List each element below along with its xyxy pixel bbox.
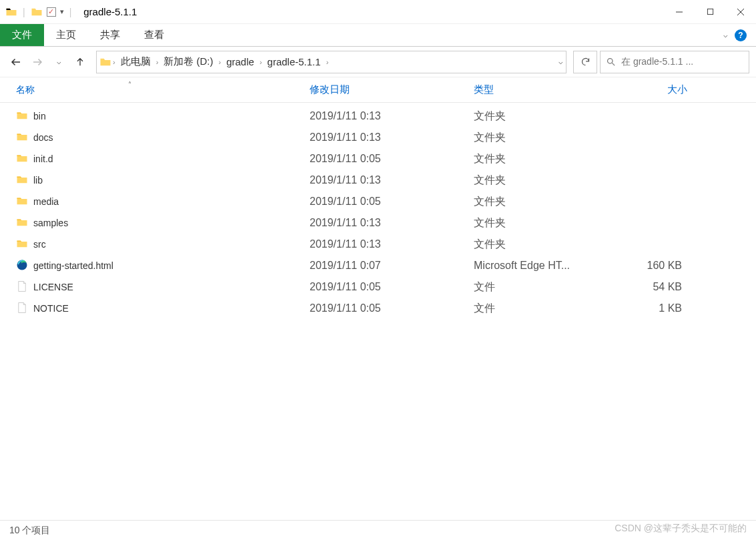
window-controls xyxy=(664,0,756,24)
file-type: 文件夹 xyxy=(474,109,607,123)
file-type: 文件夹 xyxy=(474,152,607,166)
quick-access-toolbar: | ✓ ▾ | gradle-5.1.1 xyxy=(0,6,137,18)
maximize-button[interactable] xyxy=(695,0,725,24)
file-date: 2019/1/11 0:05 xyxy=(310,281,474,293)
watermark: CSDN @这辈子秃头是不可能的 xyxy=(615,523,747,535)
file-size: 1 KB xyxy=(607,302,687,314)
file-type: 文件夹 xyxy=(474,216,607,230)
address-bar[interactable]: › 此电脑 › 新加卷 (D:) › gradle › gradle-5.1.1… xyxy=(96,51,566,73)
file-type: 文件 xyxy=(474,280,607,294)
app-folder-icon xyxy=(5,6,17,18)
chevron-right-icon[interactable]: › xyxy=(326,58,329,66)
chevron-right-icon[interactable]: › xyxy=(156,58,159,66)
file-type: 文件夹 xyxy=(474,174,607,188)
up-button[interactable] xyxy=(71,53,89,71)
file-row[interactable]: bin2019/1/11 0:13文件夹 xyxy=(0,105,756,127)
qat-checkbox[interactable]: ✓ xyxy=(47,7,56,17)
column-size[interactable]: 大小 xyxy=(607,83,687,96)
tab-file[interactable]: 文件 xyxy=(0,24,44,46)
folder-icon xyxy=(16,174,28,188)
file-row[interactable]: NOTICE2019/1/11 0:05文件1 KB xyxy=(0,298,756,319)
file-row[interactable]: samples2019/1/11 0:13文件夹 xyxy=(0,212,756,234)
file-row[interactable]: lib2019/1/11 0:13文件夹 xyxy=(0,170,756,191)
svg-point-4 xyxy=(608,59,613,64)
chevron-right-icon[interactable]: › xyxy=(260,58,262,66)
qat-separator: | xyxy=(23,7,25,17)
file-name: samples xyxy=(33,218,68,228)
search-input[interactable]: 在 gradle-5.1.1 ... xyxy=(600,51,749,73)
file-size: 54 KB xyxy=(607,281,687,293)
back-button[interactable] xyxy=(7,53,25,71)
column-headers: 名称 ˄ 修改日期 类型 大小 xyxy=(0,77,756,103)
file-name: media xyxy=(33,196,59,207)
navigation-bar: ⌵ › 此电脑 › 新加卷 (D:) › gradle › gradle-5.1… xyxy=(0,47,756,77)
file-row[interactable]: docs2019/1/11 0:13文件夹 xyxy=(0,127,756,148)
file-date: 2019/1/11 0:13 xyxy=(310,131,474,144)
file-row[interactable]: src2019/1/11 0:13文件夹 xyxy=(0,234,756,255)
window-title: gradle-5.1.1 xyxy=(83,6,137,17)
file-name: init.d xyxy=(33,154,53,164)
chevron-right-icon: › xyxy=(113,58,115,66)
file-icon xyxy=(16,302,28,316)
file-icon xyxy=(16,280,28,294)
breadcrumb-item[interactable]: gradle xyxy=(222,55,258,69)
breadcrumb-item[interactable]: 新加卷 (D:) xyxy=(159,54,217,69)
file-type: 文件夹 xyxy=(474,238,607,252)
close-button[interactable] xyxy=(725,0,756,24)
file-name: LICENSE xyxy=(33,282,73,292)
tab-home[interactable]: 主页 xyxy=(44,24,88,46)
minimize-button[interactable] xyxy=(664,0,695,24)
column-date[interactable]: 修改日期 xyxy=(310,83,474,96)
svg-rect-1 xyxy=(707,9,713,14)
search-placeholder: 在 gradle-5.1.1 ... xyxy=(621,56,693,68)
file-row[interactable]: media2019/1/11 0:05文件夹 xyxy=(0,191,756,212)
file-type: Microsoft Edge HT... xyxy=(474,260,607,272)
refresh-button[interactable] xyxy=(573,51,597,73)
column-type[interactable]: 类型 xyxy=(474,83,607,96)
forward-button[interactable] xyxy=(28,53,47,71)
file-row[interactable]: getting-started.html2019/1/11 0:07Micros… xyxy=(0,255,756,276)
folder-icon xyxy=(16,216,28,230)
file-size: 160 KB xyxy=(607,260,687,272)
file-type: 文件 xyxy=(474,302,607,316)
file-date: 2019/1/11 0:13 xyxy=(310,110,474,122)
tab-view[interactable]: 查看 xyxy=(132,24,176,46)
breadcrumb-item[interactable]: gradle-5.1.1 xyxy=(264,55,325,69)
file-type: 文件夹 xyxy=(474,131,607,145)
titlebar: | ✓ ▾ | gradle-5.1.1 xyxy=(0,0,756,24)
folder-icon xyxy=(16,195,28,209)
address-folder-icon xyxy=(99,56,111,68)
file-date: 2019/1/11 0:05 xyxy=(310,302,474,314)
file-name: bin xyxy=(33,111,46,121)
qat-folder-icon[interactable] xyxy=(31,6,43,18)
file-type: 文件夹 xyxy=(474,195,607,209)
svg-line-5 xyxy=(612,63,615,65)
folder-icon xyxy=(16,152,28,166)
edge-icon xyxy=(16,259,28,273)
file-date: 2019/1/11 0:13 xyxy=(310,174,474,186)
help-icon[interactable]: ? xyxy=(735,29,747,41)
ribbon-tabs: 文件 主页 共享 查看 ⌵ ? xyxy=(0,24,756,47)
file-date: 2019/1/11 0:05 xyxy=(310,153,474,165)
folder-icon xyxy=(16,109,28,123)
file-row[interactable]: init.d2019/1/11 0:05文件夹 xyxy=(0,148,756,170)
folder-icon xyxy=(16,131,28,145)
tab-share[interactable]: 共享 xyxy=(88,24,132,46)
file-date: 2019/1/11 0:05 xyxy=(310,196,474,208)
search-icon xyxy=(606,57,616,67)
breadcrumb-item[interactable]: 此电脑 xyxy=(117,54,155,69)
qat-dropdown-icon[interactable]: ▾ xyxy=(60,7,64,16)
address-dropdown-icon[interactable]: ⌵ xyxy=(558,57,563,66)
file-name: src xyxy=(33,239,46,250)
file-row[interactable]: LICENSE2019/1/11 0:05文件54 KB xyxy=(0,276,756,298)
file-date: 2019/1/11 0:13 xyxy=(310,238,474,250)
file-date: 2019/1/11 0:13 xyxy=(310,217,474,229)
recent-dropdown-icon[interactable]: ⌵ xyxy=(49,53,68,71)
ribbon-collapse-icon[interactable]: ⌵ xyxy=(723,31,728,39)
qat-separator-2: | xyxy=(69,7,72,17)
column-name[interactable]: 名称 ˄ xyxy=(16,84,310,96)
chevron-right-icon[interactable]: › xyxy=(219,58,222,66)
sort-indicator-icon: ˄ xyxy=(128,81,131,88)
file-name: docs xyxy=(33,132,53,143)
folder-icon xyxy=(16,238,28,252)
